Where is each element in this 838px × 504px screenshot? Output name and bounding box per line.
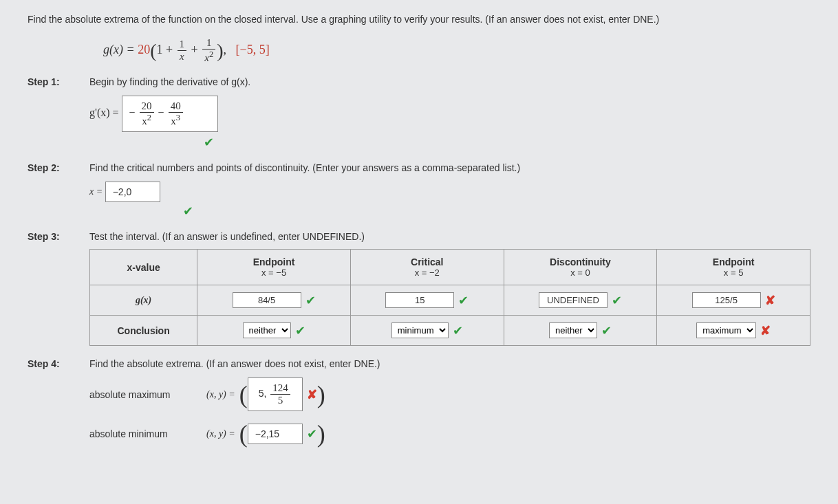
step4-label: Step 4:: [28, 358, 89, 457]
concl-ep1-select[interactable]: neither: [243, 322, 291, 338]
gprime-lhs: g'(x) =: [89, 107, 122, 118]
absmax-input[interactable]: 5, 1245: [248, 377, 303, 411]
check-icon: ✔: [458, 294, 469, 307]
step1-text: Begin by finding the derivative of g(x).: [89, 76, 810, 87]
cross-icon: ✘: [760, 324, 771, 338]
gx-ep2-input[interactable]: 125/5: [692, 292, 761, 308]
check-icon: ✔: [204, 135, 214, 149]
row-conclusion: Conclusion: [90, 316, 197, 346]
absmax-label: absolute maximum: [89, 389, 206, 400]
concl-ep2-select[interactable]: maximum: [696, 322, 756, 338]
col-xvalue: x-value: [90, 250, 197, 285]
col-endpoint-1: Endpointx = −5: [197, 250, 351, 285]
step2-label: Step 2:: [28, 162, 89, 219]
critical-numbers-input[interactable]: −2,0: [105, 182, 160, 202]
check-icon: ✔: [601, 324, 612, 338]
col-discontinuity: Discontinuityx = 0: [504, 250, 657, 285]
col-endpoint-2: Endpointx = 5: [657, 250, 810, 285]
step3-label: Step 3:: [28, 231, 89, 346]
derivative-answer[interactable]: − 20x2 − 40x3: [122, 96, 218, 132]
gx-ep1-input[interactable]: 84/5: [233, 292, 301, 308]
step2-text: Find the critical numbers and points of …: [89, 162, 810, 173]
question-text: Find the absolute extrema of the functio…: [28, 14, 810, 25]
step4-text: Find the absolute extrema. (If an answer…: [89, 358, 810, 369]
check-icon: ✔: [183, 204, 193, 218]
cross-icon: ✘: [765, 294, 775, 307]
cross-icon: ✘: [307, 387, 317, 402]
check-icon: ✔: [305, 294, 316, 307]
concl-disc-select[interactable]: neither: [549, 322, 597, 338]
xy-label: (x, y) =: [206, 389, 235, 400]
gx-disc-input[interactable]: UNDEFINED: [539, 292, 608, 308]
interval-table: x-value Endpointx = −5 Criticalx = −2 Di…: [89, 249, 810, 346]
step3-text: Test the interval. (If an answer is unde…: [89, 231, 810, 242]
col-critical: Criticalx = −2: [350, 250, 504, 285]
check-icon: ✔: [307, 426, 317, 441]
x-equals: x =: [89, 186, 105, 197]
function-definition: g(x) = 20(1 + 1x + 1x2), [−5, 5]: [103, 37, 810, 64]
xy-label: (x, y) =: [206, 428, 235, 439]
check-icon: ✔: [453, 324, 463, 338]
gx-crit-input[interactable]: 15: [385, 292, 454, 308]
concl-crit-select[interactable]: minimum: [391, 322, 449, 338]
absmin-input[interactable]: −2,15: [248, 424, 303, 444]
step1-label: Step 1:: [28, 76, 89, 150]
row-gx: g(x): [90, 285, 197, 316]
check-icon: ✔: [295, 324, 305, 338]
check-icon: ✔: [612, 294, 622, 307]
absmin-label: absolute minimum: [89, 428, 206, 439]
